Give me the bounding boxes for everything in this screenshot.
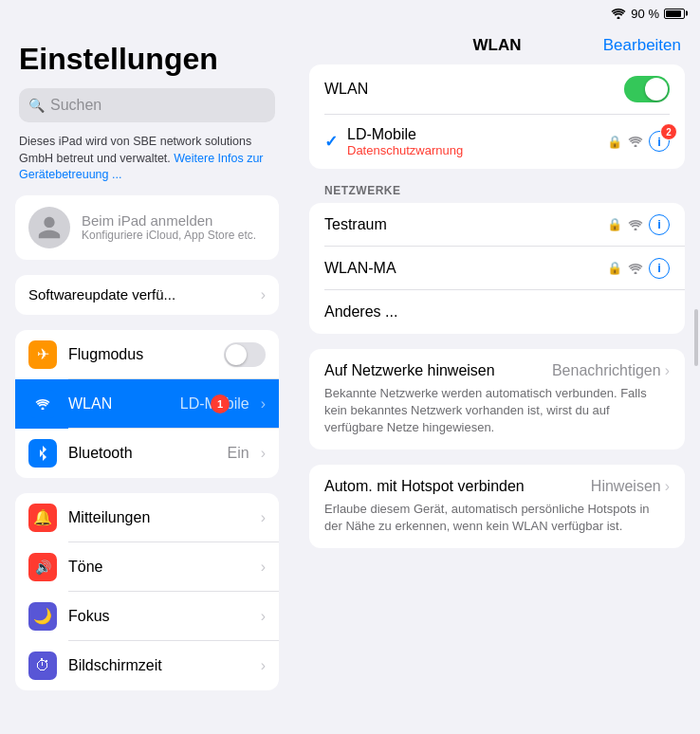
- flugmodus-toggle[interactable]: [224, 342, 266, 367]
- auf-netzwerke-title: Auf Netzwerke hinweisen: [324, 362, 495, 379]
- wlan-content: WLAN ✓ LD-Mobile Datenschutzwarnung 🔒: [294, 64, 700, 563]
- network-icons-testraum: 🔒 i: [607, 214, 670, 235]
- networks-card: Testraum 🔒 i WLAN-MA: [309, 203, 685, 334]
- badge-2: 2: [660, 123, 677, 140]
- mitteilungen-icon: 🔔: [28, 504, 57, 532]
- info-section-2: Autom. mit Hotspot verbinden Hinweisen ›…: [309, 465, 685, 548]
- svg-point-3: [635, 228, 637, 230]
- sidebar-title: Einstellungen: [0, 27, 294, 88]
- toene-chevron: ›: [261, 559, 266, 576]
- status-bar: 90 %: [0, 0, 700, 27]
- info-circle-testraum[interactable]: i: [649, 214, 670, 235]
- network-name-anderes: Anderes ...: [324, 303, 670, 321]
- edit-button[interactable]: Bearbeiten: [603, 36, 681, 55]
- search-placeholder: Suchen: [50, 97, 101, 114]
- bluetooth-value: Ein: [228, 445, 249, 462]
- connected-network-warning: Datenschutzwarnung: [347, 143, 598, 157]
- battery-percentage: 90 %: [631, 7, 659, 21]
- mitteilungen-label: Mitteilungen: [68, 509, 249, 526]
- bluetooth-label: Bluetooth: [68, 445, 216, 462]
- search-icon: 🔍: [28, 98, 45, 113]
- wlan-toggle-row: WLAN: [309, 64, 685, 114]
- status-bar-icons: 90 %: [611, 7, 685, 21]
- fokus-chevron: ›: [261, 608, 266, 625]
- lock-icon-testraum: 🔒: [607, 217, 622, 231]
- info-section-1: Auf Netzwerke hinweisen Benachrichtigen …: [309, 349, 685, 450]
- main-layout: Einstellungen 🔍 Suchen Dieses iPad wird …: [0, 27, 700, 734]
- wifi-status-icon: [611, 8, 626, 19]
- connected-network-name: LD-Mobile: [347, 126, 598, 143]
- sidebar: Einstellungen 🔍 Suchen Dieses iPad wird …: [0, 27, 294, 734]
- svg-point-4: [635, 271, 637, 274]
- right-header: WLAN Bearbeiten: [294, 27, 700, 64]
- wifi-icon-testraum: [628, 219, 643, 230]
- network-icons-wlanma: 🔒 i: [607, 258, 670, 279]
- sidebar-item-flugmodus[interactable]: ✈ Flugmodus: [15, 330, 279, 379]
- networks-section-label: NETZWERKE: [309, 184, 685, 203]
- account-row[interactable]: Beim iPad anmelden Konfiguriere iCloud, …: [15, 195, 279, 260]
- update-label: Softwareupdate verfü...: [28, 286, 175, 303]
- bluetooth-svg: [37, 445, 48, 462]
- account-main: Beim iPad anmelden: [82, 212, 256, 229]
- update-chevron: ›: [261, 286, 266, 303]
- hotspot-desc: Erlaube diesem Gerät, automatisch persön…: [324, 501, 670, 535]
- mitteilungen-chevron: ›: [261, 509, 266, 526]
- connected-row[interactable]: ✓ LD-Mobile Datenschutzwarnung 🔒: [309, 115, 685, 169]
- hotspot-value-text: Hinweisen: [591, 478, 661, 495]
- wifi-icon: [35, 398, 50, 410]
- sidebar-item-wlan[interactable]: WLAN LD-Mobile 1 ›: [15, 379, 279, 429]
- flugmodus-icon: ✈: [28, 340, 57, 369]
- settings-group-2: 🔔 Mitteilungen › 🔊 Töne › 🌙 Fokus › ⏱ Bi…: [15, 493, 279, 690]
- scroll-handle[interactable]: [694, 309, 698, 366]
- toene-label: Töne: [68, 559, 249, 576]
- lock-icon: 🔒: [607, 135, 622, 149]
- auf-netzwerke-value[interactable]: Benachrichtigen ›: [552, 362, 670, 379]
- bluetooth-icon: [28, 439, 57, 468]
- network-row-wlanma[interactable]: WLAN-MA 🔒 i: [309, 247, 685, 290]
- sidebar-item-mitteilungen[interactable]: 🔔 Mitteilungen ›: [15, 493, 279, 542]
- network-row-anderes[interactable]: Anderes ...: [309, 290, 685, 334]
- update-row[interactable]: Softwareupdate verfü... ›: [15, 275, 279, 315]
- wifi-icon-wlanma: [628, 263, 643, 274]
- search-bar[interactable]: 🔍 Suchen: [19, 88, 275, 122]
- bildschirmzeit-label: Bildschirmzeit: [68, 657, 249, 674]
- wifi-connected-icon: [628, 136, 643, 147]
- sidebar-item-toene[interactable]: 🔊 Töne ›: [15, 542, 279, 592]
- sidebar-item-bildschirmzeit[interactable]: ⏱ Bildschirmzeit ›: [15, 641, 279, 690]
- info-badge-container: i 2: [649, 131, 670, 152]
- bildschirmzeit-icon: ⏱: [28, 651, 57, 680]
- account-sub: Konfiguriere iCloud, App Store etc.: [82, 229, 256, 242]
- person-icon: [36, 214, 63, 241]
- sidebar-info: Dieses iPad wird von SBE network solutio…: [0, 134, 294, 195]
- wlan-toggle-label: WLAN: [324, 81, 368, 98]
- sidebar-item-bluetooth[interactable]: Bluetooth Ein ›: [15, 429, 279, 478]
- fokus-label: Fokus: [68, 608, 249, 625]
- sidebar-item-fokus[interactable]: 🌙 Fokus ›: [15, 592, 279, 641]
- connected-icons: 🔒 i 2: [607, 131, 670, 152]
- svg-point-0: [617, 17, 620, 20]
- settings-group-1: ✈ Flugmodus WLAN LD-Mobile: [15, 330, 279, 478]
- wlan-badge: 1: [211, 395, 230, 413]
- info-circle-wlanma[interactable]: i: [649, 258, 670, 279]
- wlan-toggle-switch[interactable]: [624, 76, 670, 102]
- svg-point-1: [42, 407, 45, 410]
- svg-point-2: [635, 145, 637, 148]
- avatar: [28, 207, 70, 248]
- wlan-label: WLAN: [68, 395, 169, 413]
- auf-netzwerke-desc: Bekannte Netzwerke werden automatisch ve…: [324, 385, 670, 437]
- right-panel: WLAN Bearbeiten WLAN ✓ LD-Mobile: [294, 27, 700, 734]
- auf-netzwerke-value-text: Benachrichtigen: [552, 362, 661, 379]
- network-name-wlanma: WLAN-MA: [324, 260, 598, 277]
- hotspot-value[interactable]: Hinweisen ›: [591, 478, 670, 495]
- battery-icon: [664, 9, 685, 19]
- wlan-chevron: ›: [261, 395, 266, 413]
- lock-icon-wlanma: 🔒: [607, 261, 622, 275]
- network-name-testraum: Testraum: [324, 216, 598, 233]
- bildschirmzeit-chevron: ›: [261, 657, 266, 674]
- checkmark-icon: ✓: [324, 132, 338, 152]
- right-panel-title: WLAN: [473, 36, 522, 55]
- network-row-testraum[interactable]: Testraum 🔒 i: [309, 203, 685, 247]
- hotspot-title: Autom. mit Hotspot verbinden: [324, 478, 525, 495]
- auf-netzwerke-chevron: ›: [665, 362, 670, 379]
- wlan-main-card: WLAN ✓ LD-Mobile Datenschutzwarnung 🔒: [309, 64, 685, 169]
